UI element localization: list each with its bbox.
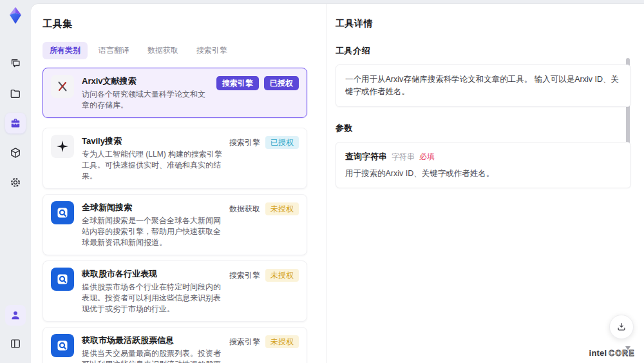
cube-icon <box>9 146 22 159</box>
tool-name: 获取市场最活跃股票信息 <box>82 334 223 346</box>
sparkle-icon <box>55 139 70 154</box>
tool-card[interactable]: 获取市场最活跃股票信息 提供当天交易量最高的股票列表。投资者可以利用这些信息来识… <box>43 327 307 363</box>
tool-auth-badge: 已授权 <box>264 76 299 90</box>
tool-body: 获取股市各行业表现 提供股票市场各个行业在特定时间段内的表现。投资者可以利用这些… <box>82 268 229 315</box>
tool-description: 专为人工智能代理 (LLM) 构建的搜索引擎工具。可快速提供实时、准确和真实的结… <box>82 149 223 182</box>
folder-icon <box>9 87 22 100</box>
tool-name: Arxiv文献搜索 <box>82 75 210 87</box>
tool-name: 获取股市各行业表现 <box>82 268 223 280</box>
params-heading: 参数 <box>336 123 631 134</box>
param-name: 查询字符串 <box>345 151 387 162</box>
tool-description: 全球新闻搜索是一个聚合全球各大新闻网站内容的搜索引擎，帮助用户快速获取全球最新资… <box>82 215 223 248</box>
app-logo-icon[interactable] <box>6 6 25 25</box>
sidebar-item-chat[interactable] <box>5 54 26 74</box>
tool-auth-badge: 未授权 <box>265 202 299 215</box>
tool-card[interactable]: Arxiv文献搜索 访问各个研究领域大量科学论文和文章的存储库。 搜索引擎 已授… <box>43 68 307 118</box>
sidebar-item-packages[interactable] <box>5 142 26 163</box>
download-button[interactable] <box>609 315 634 339</box>
left-rail <box>0 0 31 363</box>
main-surface: 工具集 所有类别语言翻译数据获取搜索引擎 Arxiv文献搜索 <box>31 4 644 363</box>
intro-heading: 工具介绍 <box>336 45 631 57</box>
tool-body: Arxiv文献搜索 访问各个研究领域大量科学论文和文章的存储库。 <box>82 75 216 111</box>
toolbox-icon <box>9 117 22 130</box>
tool-tags: 搜索引擎 已授权 <box>229 136 299 149</box>
param-type: 字符串 <box>392 152 415 162</box>
tool-card[interactable]: 全球新闻搜索 全球新闻搜索是一个聚合全球各大新闻网站内容的搜索引擎，帮助用户快速… <box>43 194 307 255</box>
tool-name: 全球新闻搜索 <box>82 201 223 213</box>
tool-category-tag: 搜索引擎 <box>229 139 260 146</box>
tool-card[interactable]: 获取股市各行业表现 提供股票市场各个行业在特定时间段内的表现。投资者可以利用这些… <box>43 260 307 322</box>
param-required-badge: 必填 <box>419 152 435 162</box>
brand-intel-text: intel <box>589 348 607 358</box>
intro-card: 一个用于从Arxiv存储库搜索科学论文和文章的工具。 输入可以是Arxiv ID… <box>336 64 631 107</box>
arxiv-logo-icon <box>55 79 70 94</box>
sidebar-item-panel-toggle[interactable] <box>5 333 26 354</box>
tool-description: 访问各个研究领域大量科学论文和文章的存储库。 <box>82 89 210 111</box>
tool-body: 全球新闻搜索 全球新闻搜索是一个聚合全球各大新闻网站内容的搜索引擎，帮助用户快速… <box>82 201 229 248</box>
rail-bottom <box>0 305 31 354</box>
sidebar-item-files[interactable] <box>5 83 26 104</box>
intro-text: 一个用于从Arxiv存储库搜索科学论文和文章的工具。 输入可以是Arxiv ID… <box>345 74 621 98</box>
tool-icon <box>51 334 74 357</box>
category-tabs: 所有类别语言翻译数据获取搜索引擎 <box>43 42 307 59</box>
tool-tags: 数据获取 未授权 <box>229 202 299 215</box>
page-title: 工具集 <box>43 18 307 30</box>
tool-auth-badge: 未授权 <box>265 269 299 282</box>
intel-core-logo: intel CORE <box>589 348 635 358</box>
param-card: 查询字符串 字符串 必填 用于搜索的Arxiv ID、关键字或作者姓名。 <box>336 142 631 188</box>
search-glyph-icon <box>55 271 70 287</box>
category-tab[interactable]: 语言翻译 <box>91 42 137 59</box>
tool-category-tag: 搜索引擎 <box>229 271 260 279</box>
tool-body: Tavily搜索 专为人工智能代理 (LLM) 构建的搜索引擎工具。可快速提供实… <box>82 135 229 182</box>
user-icon <box>9 309 22 322</box>
param-head: 查询字符串 字符串 必填 <box>345 151 621 162</box>
tool-icon <box>51 201 74 224</box>
tool-auth-badge: 已授权 <box>265 136 299 149</box>
toolset-panel: 工具集 所有类别语言翻译数据获取搜索引擎 Arxiv文献搜索 <box>31 4 327 363</box>
download-icon <box>616 321 627 333</box>
tool-name: Tavily搜索 <box>82 135 223 147</box>
category-tab[interactable]: 数据获取 <box>140 42 185 59</box>
tool-tags: 搜索引擎 未授权 <box>229 335 299 348</box>
search-glyph-icon <box>55 338 70 353</box>
tool-auth-badge: 未授权 <box>265 335 299 348</box>
gear-icon <box>9 176 22 189</box>
sidebar-item-settings[interactable] <box>5 172 26 193</box>
tool-list: Arxiv文献搜索 访问各个研究领域大量科学论文和文章的存储库。 搜索引擎 已授… <box>43 68 307 363</box>
sidebar-item-toolbox[interactable] <box>5 113 26 133</box>
tool-body: 获取市场最活跃股票信息 提供当天交易量最高的股票列表。投资者可以利用这些信息来识… <box>82 334 229 363</box>
tool-icon <box>51 75 74 98</box>
tool-card[interactable]: Tavily搜索 专为人工智能代理 (LLM) 构建的搜索引擎工具。可快速提供实… <box>43 128 307 189</box>
tool-description: 提供当天交易量最高的股票列表。投资者可以利用这些信息来识别流动性强的股票和潜在的… <box>82 348 223 363</box>
tool-tags: 搜索引擎 未授权 <box>229 269 299 282</box>
brand-core-text: CORE <box>609 349 635 358</box>
tool-detail-panel: 工具详情 工具介绍 一个用于从Arxiv存储库搜索科学论文和文章的工具。 输入可… <box>328 4 644 363</box>
tool-icon <box>51 135 74 158</box>
chat-icon <box>9 57 22 70</box>
sidebar-item-user[interactable] <box>5 305 26 326</box>
tool-category-tag: 搜索引擎 <box>229 338 260 346</box>
search-glyph-icon <box>55 205 70 221</box>
tool-category-tag: 搜索引擎 <box>216 76 259 90</box>
tool-description: 提供股票市场各个行业在特定时间段内的表现。投资者可以利用这些信息来识别表现优于或… <box>82 282 223 315</box>
tool-tags: 搜索引擎 已授权 <box>216 76 299 90</box>
tool-icon <box>51 268 74 291</box>
detail-title: 工具详情 <box>336 18 631 30</box>
rail-nav <box>5 54 26 193</box>
category-tab[interactable]: 所有类别 <box>43 42 88 59</box>
tool-category-tag: 数据获取 <box>229 205 260 213</box>
category-tab[interactable]: 搜索引擎 <box>189 42 234 59</box>
panel-toggle-icon <box>9 337 22 350</box>
param-description: 用于搜索的Arxiv ID、关键字或作者姓名。 <box>345 168 621 179</box>
